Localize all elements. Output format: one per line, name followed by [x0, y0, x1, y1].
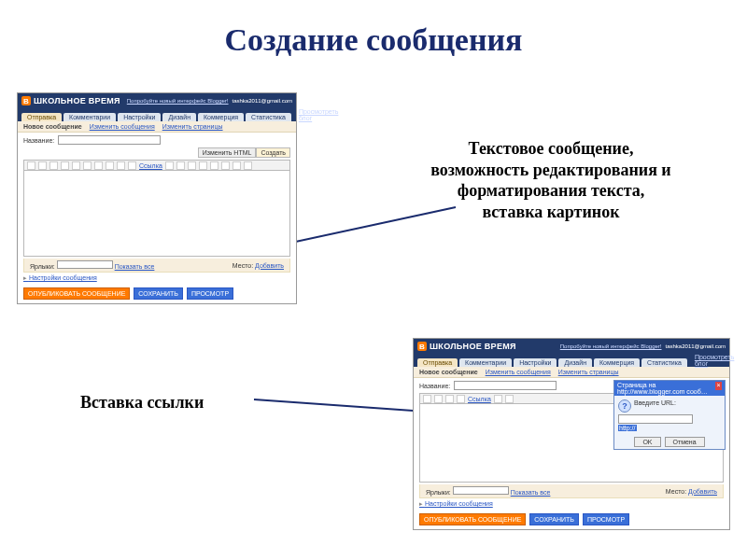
- tool-underline-icon[interactable]: [94, 161, 103, 170]
- tool-undo-icon[interactable]: [27, 161, 35, 170]
- save-button[interactable]: СОХРАНИТЬ: [529, 513, 579, 525]
- dialog-prompt: Введите URL:: [634, 399, 676, 406]
- url-input-selection: http://: [618, 425, 637, 431]
- tool-bold-icon[interactable]: [72, 161, 80, 170]
- tool-color-icon[interactable]: [117, 161, 125, 170]
- blogger-logo-icon: B: [21, 96, 31, 105]
- page-title: Создание сообщения: [0, 0, 747, 63]
- tags-label: Ярлыки:: [30, 263, 55, 270]
- post-title-label: Название:: [419, 383, 450, 389]
- mode-compose-button[interactable]: Создать: [256, 147, 290, 158]
- tool-clear-icon[interactable]: [233, 161, 241, 170]
- tool-bold-icon[interactable]: [445, 395, 454, 403]
- try-new-link[interactable]: Попробуйте новый интерфейс Blogger!: [127, 98, 229, 104]
- sub-edit-posts[interactable]: Изменить сообщения: [90, 123, 155, 130]
- dialog-cancel-button[interactable]: Отмена: [665, 437, 705, 447]
- sub-edit-pages[interactable]: Изменить страницы: [162, 123, 223, 130]
- editor-toolbar: Ссылка: [23, 160, 290, 171]
- sub-edit-pages[interactable]: Изменить страницы: [558, 369, 619, 375]
- account-email: tashka2011@gmail.com: [666, 343, 726, 349]
- tab-settings[interactable]: Настройки: [514, 358, 557, 367]
- post-title-input[interactable]: [454, 381, 557, 390]
- publish-button[interactable]: ОПУБЛИКОВАТЬ СООБЩЕНИЕ: [419, 513, 526, 525]
- annotation-link-insert: Вставка ссылки: [80, 392, 267, 413]
- tool-list-ul-icon[interactable]: [210, 161, 218, 170]
- show-all-tags-link[interactable]: Показать все: [511, 489, 551, 496]
- tool-bgcolor-icon[interactable]: [128, 161, 136, 170]
- tab-comments[interactable]: Комментарии: [63, 113, 116, 121]
- tags-label: Ярлыки:: [426, 489, 451, 496]
- site-name: ШКОЛЬНОЕ ВРЕМЯ: [34, 96, 120, 105]
- tab-stats[interactable]: Статистика: [246, 113, 291, 121]
- blogger-panel-1: B ШКОЛЬНОЕ ВРЕМЯ Попробуйте новый интерф…: [17, 92, 297, 304]
- preview-button[interactable]: ПРОСМОТР: [187, 287, 233, 300]
- annotation-text-editing: Текстовое сообщение, возможность редакти…: [430, 138, 672, 222]
- tool-link[interactable]: Ссылка: [139, 162, 162, 169]
- dialog-title: Страница на http://www.blogger.com сооб…: [617, 382, 715, 395]
- tool-align-icon[interactable]: [188, 161, 196, 170]
- tab-posting[interactable]: Отправка: [21, 113, 62, 121]
- tool-spell-icon[interactable]: [244, 161, 252, 170]
- add-place-link[interactable]: Добавить: [688, 488, 717, 495]
- url-input[interactable]: [618, 414, 693, 424]
- sub-new-post[interactable]: Новое сообщение: [419, 369, 478, 375]
- post-options-link[interactable]: Настройки сообщения: [414, 498, 499, 510]
- dialog-ok-button[interactable]: OK: [634, 437, 660, 447]
- preview-button[interactable]: ПРОСМОТР: [583, 513, 629, 525]
- blogger-panel-2: B ШКОЛЬНОЕ ВРЕМЯ Попробуйте новый интерф…: [413, 338, 730, 530]
- view-blog-link[interactable]: Просмотреть блог: [299, 108, 338, 121]
- tool-video-icon[interactable]: [176, 161, 185, 170]
- tool-list-ol-icon[interactable]: [199, 161, 207, 170]
- place-label: Место:: [666, 488, 686, 495]
- show-all-tags-link[interactable]: Показать все: [115, 263, 155, 270]
- mode-html-button[interactable]: Изменить HTML: [198, 147, 257, 158]
- post-title-label: Название:: [23, 137, 54, 144]
- place-label: Место:: [233, 262, 253, 269]
- tool-quote-icon[interactable]: [505, 395, 514, 403]
- tags-input[interactable]: [453, 486, 509, 495]
- tool-redo-icon[interactable]: [38, 161, 47, 170]
- account-email: tashka2011@gmail.com: [233, 98, 292, 104]
- site-name: ШКОЛЬНОЕ ВРЕМЯ: [430, 342, 516, 351]
- tab-monetize[interactable]: Коммерция: [594, 358, 640, 367]
- tab-stats[interactable]: Статистика: [641, 358, 687, 367]
- sub-new-post[interactable]: Новое сообщение: [23, 123, 82, 130]
- post-title-input[interactable]: [58, 135, 161, 145]
- dialog-close-icon[interactable]: ×: [715, 382, 722, 390]
- tool-quote-icon[interactable]: [221, 161, 230, 170]
- tool-link[interactable]: Ссылка: [468, 396, 491, 402]
- tab-monetize[interactable]: Коммерция: [198, 113, 244, 121]
- tool-font-icon[interactable]: [49, 161, 58, 170]
- tool-italic-icon[interactable]: [83, 161, 92, 170]
- tags-input[interactable]: [57, 260, 113, 269]
- add-place-link[interactable]: Добавить: [255, 262, 284, 269]
- tool-italic-icon[interactable]: [457, 395, 465, 403]
- tool-strike-icon[interactable]: [106, 161, 114, 170]
- tab-posting[interactable]: Отправка: [417, 358, 458, 367]
- save-button[interactable]: СОХРАНИТЬ: [134, 287, 183, 300]
- tool-size-icon[interactable]: [61, 161, 69, 170]
- tab-design[interactable]: Дизайн: [162, 113, 196, 121]
- sub-edit-posts[interactable]: Изменить сообщения: [486, 369, 551, 375]
- question-icon: ?: [618, 399, 631, 413]
- post-options-link[interactable]: Настройки сообщения: [18, 273, 103, 284]
- tab-settings[interactable]: Настройки: [118, 113, 161, 121]
- url-dialog: Страница на http://www.blogger.com сооб……: [613, 380, 726, 450]
- publish-button[interactable]: ОПУБЛИКОВАТЬ СООБЩЕНИЕ: [23, 287, 130, 300]
- view-blog-link[interactable]: Просмотреть блог: [695, 354, 734, 367]
- editor-area[interactable]: [23, 171, 290, 257]
- tab-design[interactable]: Дизайн: [558, 358, 592, 367]
- tool-font-icon[interactable]: [434, 395, 443, 403]
- tab-comments[interactable]: Комментарии: [459, 358, 512, 367]
- tool-image-icon[interactable]: [165, 161, 174, 170]
- tool-undo-icon[interactable]: [423, 395, 431, 403]
- blogger-logo-icon: B: [417, 342, 427, 351]
- try-new-link[interactable]: Попробуйте новый интерфейс Blogger!: [560, 343, 662, 349]
- tool-image-icon[interactable]: [494, 395, 502, 403]
